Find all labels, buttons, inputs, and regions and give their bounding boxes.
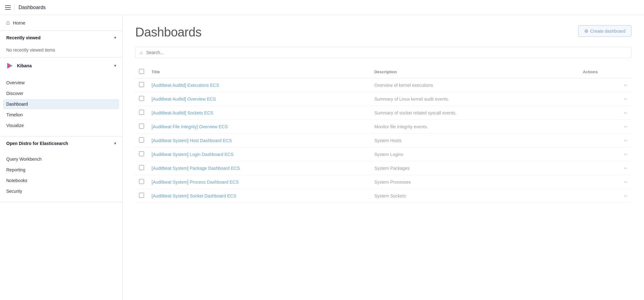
row-checkbox-cell <box>135 120 148 134</box>
sidebar-item-query-workbench[interactable]: Query Workbench <box>6 154 116 164</box>
table-row: [Auditbeat System] Socket Dashboard ECS … <box>135 189 631 203</box>
menu-icon[interactable] <box>5 5 11 10</box>
sidebar-item-overview[interactable]: Overview <box>6 78 116 88</box>
edit-icon-7[interactable]: ✏ <box>624 180 628 185</box>
dashboard-table: Title Description Actions [Auditbeat Aud… <box>135 66 631 203</box>
dashboard-table-body: [Auditbeat Auditd] Executions ECS Overvi… <box>135 78 631 203</box>
kibana-nav-list: OverviewDiscoverDashboardTimelionVisuali… <box>6 76 116 132</box>
recently-viewed-label: Recently viewed <box>6 35 41 40</box>
row-checkbox-cell <box>135 106 148 120</box>
row-description-3: Monitor file integrity events. <box>370 120 579 134</box>
table-row: [Auditbeat Auditd] Overview ECS Summary … <box>135 92 631 106</box>
no-items-text: No recently viewed items <box>6 46 55 54</box>
row-checkbox-3[interactable] <box>139 124 144 129</box>
table-row: [Auditbeat System] Package Dashboard ECS… <box>135 161 631 175</box>
open-distro-nav-content: Query WorkbenchReportingNotebooksSecurit… <box>0 150 122 202</box>
row-title-4[interactable]: [Auditbeat System] Host Dashboard ECS <box>148 134 370 147</box>
row-description-4: System Hosts <box>370 134 579 147</box>
page-header: Dashboards ⊕ Create dashboard <box>135 25 631 39</box>
top-bar-divider <box>14 4 15 11</box>
row-actions-3: ✏ <box>579 120 631 134</box>
th-actions: Actions <box>579 66 631 78</box>
kibana-label: Kibana <box>17 63 32 68</box>
row-checkbox-cell <box>135 92 148 106</box>
row-checkbox-cell <box>135 175 148 189</box>
row-checkbox-cell <box>135 147 148 161</box>
search-input[interactable] <box>146 50 627 55</box>
table-row: [Auditbeat File Integrity] Overview ECS … <box>135 120 631 134</box>
row-actions-1: ✏ <box>579 92 631 106</box>
sidebar-item-discover[interactable]: Discover <box>6 88 116 98</box>
row-checkbox-7[interactable] <box>139 179 144 184</box>
kibana-logo-icon <box>6 62 14 69</box>
th-checkbox <box>135 66 148 78</box>
open-distro-label: Open Distro for Elasticsearch <box>6 141 68 146</box>
row-checkbox-cell <box>135 78 148 92</box>
table-row: [Auditbeat System] Process Dashboard ECS… <box>135 175 631 189</box>
edit-icon-8[interactable]: ✏ <box>624 193 628 198</box>
table-header: Title Description Actions <box>135 66 631 78</box>
row-actions-7: ✏ <box>579 175 631 189</box>
row-checkbox-6[interactable] <box>139 165 144 170</box>
table-row: [Auditbeat Auditd] Sockets ECS Summary o… <box>135 106 631 120</box>
row-checkbox-5[interactable] <box>139 151 144 156</box>
row-title-1[interactable]: [Auditbeat Auditd] Overview ECS <box>148 92 370 106</box>
open-distro-header[interactable]: Open Distro for Elasticsearch ▾ <box>0 136 122 150</box>
sidebar-section-kibana: Kibana ▾ OverviewDiscoverDashboardTimeli… <box>0 58 122 136</box>
row-description-1: Summary of Linux kernel audit events. <box>370 92 579 106</box>
sidebar-item-visualize[interactable]: Visualize <box>6 120 116 131</box>
row-title-3[interactable]: [Auditbeat File Integrity] Overview ECS <box>148 120 370 134</box>
top-bar-title: Dashboards <box>19 5 46 10</box>
row-actions-4: ✏ <box>579 134 631 147</box>
sidebar: ⌂ Home Recently viewed ▾ No recently vie… <box>0 15 123 300</box>
row-checkbox-4[interactable] <box>139 137 144 142</box>
recently-viewed-content: No recently viewed items <box>0 45 122 57</box>
open-distro-chevron: ▾ <box>114 141 116 146</box>
sidebar-home[interactable]: ⌂ Home <box>0 15 122 31</box>
sidebar-section-recently-viewed: Recently viewed ▾ No recently viewed ite… <box>0 31 122 58</box>
row-title-6[interactable]: [Auditbeat System] Package Dashboard ECS <box>148 161 370 175</box>
row-actions-2: ✏ <box>579 106 631 120</box>
sidebar-item-dashboard[interactable]: Dashboard <box>3 99 119 109</box>
row-description-6: System Packages <box>370 161 579 175</box>
main-content: Dashboards ⊕ Create dashboard ⌕ Title De… <box>123 15 644 300</box>
row-title-2[interactable]: [Auditbeat Auditd] Sockets ECS <box>148 106 370 120</box>
row-description-0: Overview of kernel executions <box>370 78 579 92</box>
row-checkbox-1[interactable] <box>139 96 144 101</box>
page-title: Dashboards <box>135 25 202 39</box>
sidebar-section-open-distro: Open Distro for Elasticsearch ▾ Query Wo… <box>0 136 122 202</box>
row-description-8: System Sockets <box>370 189 579 203</box>
row-checkbox-2[interactable] <box>139 110 144 115</box>
row-checkbox-cell <box>135 189 148 203</box>
recently-viewed-header[interactable]: Recently viewed ▾ <box>0 31 122 45</box>
sidebar-item-reporting[interactable]: Reporting <box>6 165 116 175</box>
recently-viewed-chevron: ▾ <box>114 36 116 40</box>
row-title-0[interactable]: [Auditbeat Auditd] Executions ECS <box>148 78 370 92</box>
sidebar-item-notebooks[interactable]: Notebooks <box>6 175 116 186</box>
row-checkbox-8[interactable] <box>139 193 144 198</box>
edit-icon-6[interactable]: ✏ <box>624 166 628 171</box>
edit-icon-2[interactable]: ✏ <box>624 110 628 115</box>
edit-icon-0[interactable]: ✏ <box>624 83 628 88</box>
create-button-label: Create dashboard <box>590 29 625 34</box>
create-dashboard-button[interactable]: ⊕ Create dashboard <box>578 25 631 37</box>
sidebar-item-timelion[interactable]: Timelion <box>6 110 116 120</box>
table-row: [Auditbeat System] Host Dashboard ECS Sy… <box>135 134 631 147</box>
search-bar: ⌕ <box>135 47 631 58</box>
row-actions-6: ✏ <box>579 161 631 175</box>
sidebar-item-security[interactable]: Security <box>6 186 116 196</box>
home-icon: ⌂ <box>6 19 10 26</box>
row-description-2: Summary of socket related syscall events… <box>370 106 579 120</box>
row-title-8[interactable]: [Auditbeat System] Socket Dashboard ECS <box>148 189 370 203</box>
kibana-header[interactable]: Kibana ▾ <box>0 58 122 74</box>
select-all-checkbox[interactable] <box>139 69 144 74</box>
row-title-7[interactable]: [Auditbeat System] Process Dashboard ECS <box>148 175 370 189</box>
row-title-5[interactable]: [Auditbeat System] Login Dashboard ECS <box>148 147 370 161</box>
row-actions-8: ✏ <box>579 189 631 203</box>
edit-icon-1[interactable]: ✏ <box>624 97 628 102</box>
edit-icon-5[interactable]: ✏ <box>624 152 628 157</box>
edit-icon-4[interactable]: ✏ <box>624 138 628 143</box>
edit-icon-3[interactable]: ✏ <box>624 124 628 129</box>
row-checkbox-0[interactable] <box>139 82 144 87</box>
table-row: [Auditbeat Auditd] Executions ECS Overvi… <box>135 78 631 92</box>
